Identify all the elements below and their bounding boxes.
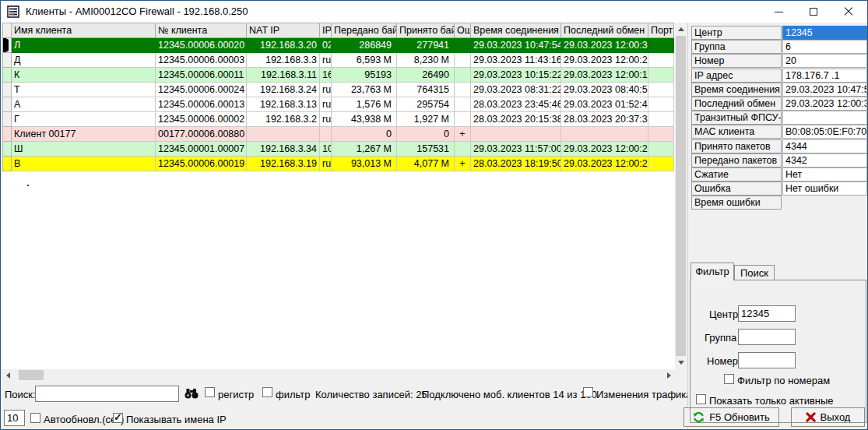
filter-center-input[interactable] <box>738 305 796 322</box>
binoculars-search-icon[interactable] <box>184 387 199 400</box>
cell-nat-ip[interactable]: 192.168.3.19 <box>247 157 320 171</box>
filter-by-numbers-checkbox[interactable] <box>724 374 734 384</box>
search-input[interactable] <box>35 386 179 402</box>
cell-number[interactable]: 12345.00006.00002 <box>156 112 247 127</box>
cell-last-exchange[interactable]: 29.03.2023 12:00:30 <box>561 38 648 53</box>
col-header-name[interactable]: Имя клиента <box>12 23 156 38</box>
cell-last-exchange[interactable]: 29.03.2023 08:40:52 <box>561 83 648 97</box>
cell-port[interactable] <box>648 127 674 142</box>
close-button[interactable] <box>835 1 863 23</box>
table-row[interactable]: Т 12345.00006.00024 192.168.3.24 ru 23,7… <box>3 83 674 97</box>
cell-ip[interactable] <box>320 127 332 142</box>
property-value[interactable]: Нет ошибки <box>782 182 867 196</box>
cell-last-exchange[interactable]: 29.03.2023 01:52:46 <box>561 97 648 112</box>
tab-search[interactable]: Поиск <box>734 265 775 280</box>
cell-number[interactable]: 12345.00001.00007 <box>156 142 247 157</box>
cell-ip[interactable]: 10 <box>320 142 332 157</box>
cell-number[interactable]: 12345.00006.00013 <box>156 97 247 112</box>
cell-nat-ip[interactable]: 192.168.3.13 <box>247 97 320 112</box>
cell-nat-ip[interactable]: 192.168.3.11 <box>247 68 320 83</box>
cell-sent[interactable]: 6,593 М <box>332 53 397 68</box>
cell-conn-time[interactable]: 28.03.2023 18:19:50 <box>471 157 561 171</box>
cell-sent[interactable]: 93,013 М <box>332 157 397 171</box>
minimize-button[interactable] <box>764 1 792 23</box>
traffic-changes-checkbox[interactable] <box>583 387 593 397</box>
cell-number[interactable]: 00177.00006.00880 <box>156 127 247 142</box>
cell-last-exchange[interactable]: 29.03.2023 12:00:20 <box>561 53 648 68</box>
cell-name[interactable]: А <box>12 97 156 112</box>
property-value[interactable]: 4344 <box>782 139 867 153</box>
horizontal-scroll-thumb[interactable] <box>19 370 44 380</box>
cell-name[interactable]: Д <box>12 53 156 68</box>
property-value[interactable]: B0:08:05:0E:F0:70 <box>782 125 867 139</box>
cell-conn-time[interactable]: 29.03.2023 10:47:54 <box>471 38 561 53</box>
cell-ip[interactable]: ru <box>320 83 332 97</box>
cell-error[interactable]: + <box>455 157 471 171</box>
property-value[interactable]: 4342 <box>782 153 867 167</box>
cell-port[interactable] <box>648 97 674 112</box>
cell-nat-ip[interactable]: 192.168.3.34 <box>247 142 320 157</box>
cell-ip[interactable]: 16 <box>320 68 332 83</box>
cell-name[interactable]: К <box>12 68 156 83</box>
cell-sent[interactable]: 23,763 М <box>332 83 397 97</box>
cell-error[interactable] <box>455 83 471 97</box>
cell-number[interactable]: 12345.00006.00003 <box>156 53 247 68</box>
cell-error[interactable] <box>455 53 471 68</box>
cell-ip[interactable]: ru <box>320 157 332 171</box>
cell-conn-time[interactable] <box>471 127 561 142</box>
property-value[interactable]: 6 <box>782 40 867 54</box>
property-value[interactable]: 12345 <box>782 26 867 40</box>
tab-filter[interactable]: Фильтр <box>691 263 734 280</box>
cell-sent[interactable]: 0 <box>332 127 397 142</box>
show-ip-names-checkbox[interactable] <box>113 413 123 423</box>
cell-name[interactable]: Ш <box>12 142 156 157</box>
cell-nat-ip[interactable]: 192.168.3.24 <box>247 83 320 97</box>
cell-name[interactable]: В <box>12 157 156 171</box>
cell-conn-time[interactable]: 28.03.2023 20:15:38 <box>471 112 561 127</box>
cell-sent[interactable]: 286849 <box>332 38 397 53</box>
cell-last-exchange[interactable]: 29.03.2023 12:00:28 <box>561 142 648 157</box>
cell-port[interactable] <box>648 112 674 127</box>
cell-last-exchange[interactable]: 29.03.2023 12:00:26 <box>561 157 648 171</box>
cell-ip[interactable]: 02 <box>320 38 332 53</box>
cell-nat-ip[interactable]: 192.168.3.3 <box>247 53 320 68</box>
col-header-error[interactable]: Ош. <box>455 23 471 38</box>
table-row[interactable]: В 12345.00006.00019 192.168.3.19 ru 93,0… <box>3 157 674 171</box>
cell-nat-ip[interactable]: 192.168.3.20 <box>247 38 320 53</box>
filter-group-input[interactable] <box>738 329 796 345</box>
cell-received[interactable]: 4,077 М <box>397 157 455 171</box>
property-value[interactable]: 29.03.2023 12:00:30 <box>782 97 867 111</box>
show-only-active-checkbox[interactable] <box>696 394 706 404</box>
cell-error[interactable] <box>455 142 471 157</box>
cell-ip[interactable]: ru <box>320 97 332 112</box>
cell-ip[interactable]: ru <box>320 112 332 127</box>
register-checkbox[interactable] <box>205 387 215 397</box>
filter-checkbox[interactable] <box>262 387 272 397</box>
cell-number[interactable]: 12345.00006.00011 <box>156 68 247 83</box>
col-header-conn-time[interactable]: Время соединения <box>471 23 561 38</box>
scroll-left-button[interactable] <box>2 369 14 381</box>
cell-sent[interactable]: 95193 <box>332 68 397 83</box>
col-header-nat-ip[interactable]: NAT IP <box>247 23 320 38</box>
cell-received[interactable]: 0 <box>397 127 455 142</box>
cell-port[interactable] <box>648 157 674 171</box>
cell-conn-time[interactable]: 29.03.2023 08:31:22 <box>471 83 561 97</box>
cell-number[interactable]: 12345.00006.00019 <box>156 157 247 171</box>
cell-conn-time[interactable]: 29.03.2023 11:43:16 <box>471 53 561 68</box>
cell-port[interactable] <box>648 38 674 53</box>
col-header-sent[interactable]: Передано байт <box>332 23 397 38</box>
table-row[interactable]: Г 12345.00006.00002 192.168.3.2 ru 43,93… <box>3 112 674 127</box>
cell-conn-time[interactable]: 29.03.2023 10:15:22 <box>471 68 561 83</box>
scroll-down-button[interactable] <box>675 356 687 369</box>
cell-last-exchange[interactable]: 28.03.2023 20:37:36 <box>561 112 648 127</box>
cell-nat-ip[interactable]: 192.168.3.2 <box>247 112 320 127</box>
scroll-up-button[interactable] <box>675 23 687 36</box>
table-row[interactable]: Клиент 00177 00177.00006.00880 0 0 + <box>3 127 674 142</box>
property-value[interactable]: 178.176.7 .1 <box>782 69 867 83</box>
cell-port[interactable] <box>648 53 674 68</box>
scroll-right-button[interactable] <box>663 369 675 381</box>
cell-name[interactable]: Г <box>12 112 156 127</box>
cell-sent[interactable]: 1,576 М <box>332 97 397 112</box>
cell-ip[interactable]: ru <box>320 53 332 68</box>
property-value[interactable] <box>782 196 867 210</box>
